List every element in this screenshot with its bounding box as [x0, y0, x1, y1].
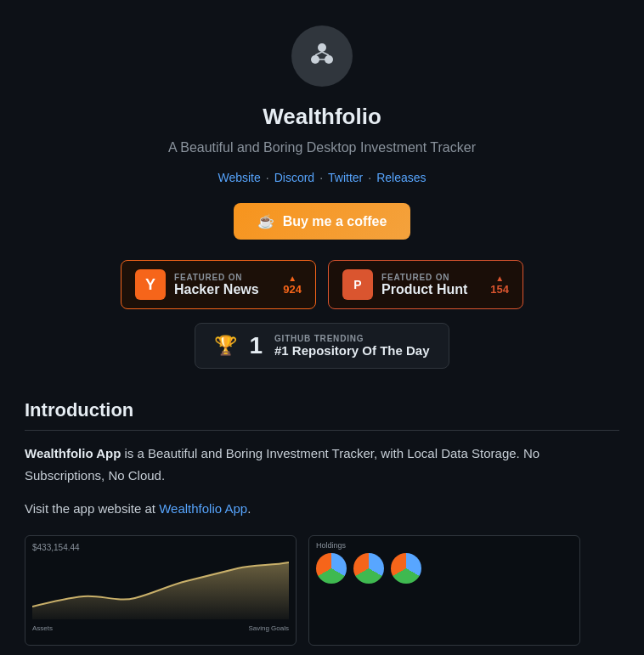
visit-text: Visit the app website at — [25, 501, 159, 516]
holdings-mockup: Holdings — [309, 536, 579, 645]
github-trending-label: GITHUB TRENDING — [274, 334, 430, 343]
ph-count: ▲ 154 — [490, 274, 509, 296]
links-row: Website · Discord · Twitter · Releases — [217, 171, 426, 184]
introduction-title: Introduction — [25, 399, 619, 431]
introduction-body: Wealthfolio App is a Beautiful and Borin… — [25, 443, 619, 520]
holdings-donut-3 — [391, 553, 421, 584]
hn-badge[interactable]: Y FEATURED ON Hacker News ▲ 924 — [121, 260, 316, 309]
avatar — [291, 25, 353, 87]
chart-mockup: $433,154.44 Assets Saving G — [25, 536, 296, 645]
hn-badge-text: FEATURED ON Hacker News — [174, 273, 259, 297]
svg-line-4 — [322, 52, 329, 55]
separator-3: · — [368, 171, 371, 184]
wealthfolio-app-link[interactable]: Wealthfolio App — [159, 501, 247, 516]
period: . — [247, 501, 251, 516]
coffee-icon: ☕ — [257, 213, 274, 229]
ph-count-value: 154 — [490, 283, 509, 296]
discord-link[interactable]: Discord — [274, 171, 314, 184]
holdings-row — [316, 553, 573, 584]
hn-name: Hacker News — [174, 282, 259, 297]
github-trending-value: #1 Repository Of The Day — [274, 343, 430, 358]
ph-triangle-icon: ▲ — [495, 274, 504, 283]
screenshots-row: $433,154.44 Assets Saving G — [25, 535, 619, 646]
chart-label-saving: Saving Goals — [248, 624, 289, 632]
buy-me-coffee-button[interactable]: ☕ Buy me a coffee — [234, 203, 411, 240]
badges-row: Y FEATURED ON Hacker News ▲ 924 P FEATUR… — [121, 260, 523, 309]
holdings-donut-1 — [316, 553, 347, 584]
separator-1: · — [266, 171, 269, 184]
hn-count: ▲ 924 — [283, 274, 302, 296]
ph-logo: P — [342, 269, 373, 300]
app-subtitle: A Beautiful and Boring Desktop Investmen… — [168, 140, 476, 155]
ph-name: Product Hunt — [381, 282, 467, 297]
screenshot-chart: $433,154.44 Assets Saving G — [25, 535, 297, 646]
intro-paragraph-2: Visit the app website at Wealthfolio App… — [25, 498, 619, 520]
website-link[interactable]: Website — [217, 171, 260, 184]
svg-point-0 — [318, 43, 326, 52]
twitter-link[interactable]: Twitter — [328, 171, 363, 184]
app-icon — [305, 37, 339, 75]
app-name-bold: Wealthfolio App — [25, 446, 121, 460]
chart-labels: Assets Saving Goals — [32, 624, 289, 632]
github-trending-text: GITHUB TRENDING #1 Repository Of The Day — [274, 334, 430, 358]
releases-link[interactable]: Releases — [376, 171, 426, 184]
ph-badge-text: FEATURED ON Product Hunt — [381, 273, 467, 297]
github-rank-number: 1 — [249, 332, 263, 359]
hn-count-value: 924 — [283, 283, 302, 296]
ph-badge[interactable]: P FEATURED ON Product Hunt ▲ 154 — [328, 260, 523, 309]
introduction-section: Introduction Wealthfolio App is a Beauti… — [25, 399, 619, 646]
holdings-donut-2 — [353, 553, 384, 584]
chart-svg — [32, 556, 289, 619]
chart-label-assets: Assets — [32, 624, 53, 632]
bmc-label: Buy me a coffee — [283, 214, 387, 229]
holdings-title: Holdings — [316, 541, 573, 550]
github-trending-badge[interactable]: 🏆 1 GITHUB TRENDING #1 Repository Of The… — [195, 323, 449, 369]
laurel-icon: 🏆 — [214, 335, 237, 357]
hn-logo: Y — [135, 269, 166, 300]
page-container: Wealthfolio A Beautiful and Boring Deskt… — [0, 0, 644, 655]
intro-paragraph-1: Wealthfolio App is a Beautiful and Borin… — [25, 443, 619, 486]
ph-featured-label: FEATURED ON — [381, 273, 467, 282]
svg-line-3 — [315, 52, 322, 55]
separator-2: · — [319, 171, 323, 184]
app-title: Wealthfolio — [263, 104, 381, 130]
hn-featured-label: FEATURED ON — [174, 273, 259, 282]
chart-value: $433,154.44 — [32, 543, 289, 552]
hn-triangle-icon: ▲ — [288, 274, 297, 283]
screenshot-holdings: Holdings — [308, 535, 580, 646]
